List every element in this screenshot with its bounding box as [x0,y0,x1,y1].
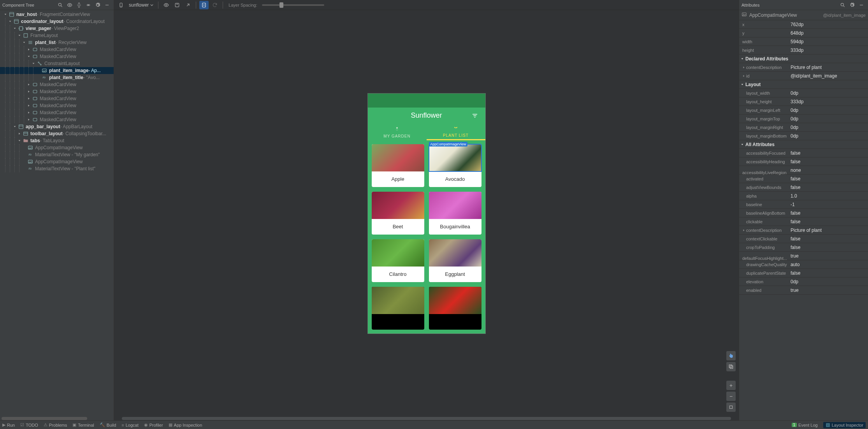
tree-node[interactable]: MaskedCardView [0,46,114,53]
tree-toggle-icon[interactable] [26,96,31,101]
tree-node[interactable]: toolbar_layout - CollapsingToolbar... [0,130,114,137]
attribute-row[interactable]: cropToPaddingfalse [739,243,868,252]
plant-card[interactable]: Apple [372,144,424,187]
tree-toggle-icon[interactable] [31,61,36,66]
attribute-row[interactable]: layout_marginBottom0dp [739,132,868,140]
attribute-row[interactable]: accessibilityLiveRegionnone [739,166,868,175]
search-icon[interactable] [56,1,65,9]
attribute-row[interactable]: layout_marginLeft0dp [739,106,868,115]
layers-button[interactable] [726,362,736,371]
tree-toggle-icon[interactable] [17,138,22,143]
plant-card[interactable]: Eggplant [429,239,481,282]
attribute-row[interactable]: duplicateParentStatefalse [739,269,868,277]
tree-toggle-icon[interactable] [26,54,31,59]
bottom-logcat-button[interactable]: ≡Logcat [121,422,138,427]
attribute-row[interactable]: alpha1.0 [739,192,868,200]
tree-node[interactable]: MaskedCardView [0,81,114,88]
attribute-row[interactable]: contentDescriptionPicture of plant [739,226,868,235]
tree-toggle-icon[interactable] [12,124,17,129]
search-icon[interactable] [838,1,847,9]
tree-node[interactable]: AppCompatImageView [0,158,114,165]
tree-node[interactable]: view_pager - ViewPager2 [0,25,114,32]
tree-toggle-icon[interactable] [26,117,31,122]
attribute-section-header[interactable]: All Attributes [739,140,868,149]
tree-node[interactable]: tabs - TabLayout [0,137,114,144]
tree-node[interactable]: AbMaterialTextView - "My garden" [0,151,114,158]
zoom-fit-button[interactable] [726,403,736,412]
attribute-row[interactable]: contentDescriptionPicture of plant [739,63,868,72]
tree-toggle-icon[interactable] [26,89,31,94]
minimize-icon[interactable] [857,1,866,9]
plant-card[interactable]: Cilantro [372,239,424,282]
attribute-row[interactable]: contextClickablefalse [739,235,868,243]
tab-my-garden[interactable]: MY GARDEN [368,124,427,140]
tree-toggle-icon[interactable] [17,131,22,136]
attribute-row[interactable]: x762dp [739,20,868,29]
attribute-row[interactable]: baselineAlignBottomfalse [739,209,868,217]
tab-plant-list[interactable]: PLANT LIST [427,124,485,140]
attribute-row[interactable]: width594dp [739,37,868,46]
attribute-row[interactable]: clickablefalse [739,217,868,226]
event-log-button[interactable]: 1 Event Log [792,423,818,427]
tree-node[interactable]: MaskedCardView [0,88,114,95]
plant-grid[interactable]: AppleAppCompatImageViewAvocadoBeetBougai… [368,140,485,334]
live-updates-toggle[interactable] [199,1,209,9]
device-viewport[interactable]: Sunflower MY GARDEN [114,10,739,417]
attribute-row[interactable]: y648dp [739,29,868,37]
bottom-profiler-button[interactable]: ◉Profiler [144,422,163,427]
eye-icon[interactable] [162,1,171,9]
attribute-row[interactable]: elevation0dp [739,277,868,286]
tree-node[interactable]: app_bar_layout - AppBarLayout [0,123,114,130]
expand-all-icon[interactable] [75,1,83,9]
attribute-row[interactable]: defaultFocusHighlight...true [739,252,868,260]
tree-node[interactable]: MaskedCardView [0,116,114,123]
minimize-icon[interactable] [103,1,111,9]
attribute-row[interactable]: height333dp [739,46,868,55]
plant-card[interactable]: AppCompatImageViewAvocado [429,144,481,187]
tree-node[interactable]: AppCompatImageView [0,144,114,151]
plant-card[interactable] [372,287,424,330]
collapse-all-icon[interactable] [84,1,93,9]
attribute-row[interactable]: baseline-1 [739,200,868,209]
tree-toggle-icon[interactable] [26,47,31,52]
zoom-out-button[interactable]: − [726,392,736,401]
eye-icon[interactable] [65,1,74,9]
tree-node[interactable]: coordinator_layout - CoordinatorLayout [0,18,114,25]
plant-card[interactable]: Beet [372,192,424,235]
device-icon[interactable] [116,1,126,9]
tree-toggle-icon[interactable] [26,82,31,87]
tree-node[interactable]: MaskedCardView [0,109,114,116]
attribute-row[interactable]: adjustViewBoundsfalse [739,183,868,192]
plant-card[interactable] [429,287,481,330]
bottom-terminal-button[interactable]: ▣Terminal [72,422,94,427]
attribute-row[interactable]: enabledtrue [739,286,868,295]
attribute-row[interactable]: layout_marginTop0dp [739,115,868,123]
bottom-run-button[interactable]: ▶Run [2,422,15,427]
tree-toggle-icon[interactable] [12,26,17,31]
attribute-row[interactable]: layout_width0dp [739,89,868,97]
tree-node[interactable]: nav_host - FragmentContainerView [0,11,114,18]
gear-icon[interactable] [848,1,856,9]
plant-card[interactable]: Bougainvillea [429,192,481,235]
tree-node[interactable]: FrameLayout [0,32,114,39]
layer-spacing-slider[interactable] [262,4,324,6]
zoom-in-button[interactable]: + [726,381,736,390]
tree-node[interactable]: MaskedCardView [0,95,114,102]
tree-h-scrollbar[interactable] [0,417,114,420]
tree-node[interactable]: AbMaterialTextView - "Plant list" [0,165,114,172]
attribute-row[interactable]: activatedfalse [739,175,868,183]
tree-toggle-icon[interactable] [8,19,12,24]
bottom-todo-button[interactable]: ☑TODO [20,422,38,427]
tree-node[interactable]: plant_item_image - Ap... [0,67,114,74]
tree-node[interactable]: ConstraintLayout [0,60,114,67]
layout-inspector-button[interactable]: Layout Inspector [823,422,866,428]
attribute-row[interactable]: accessibilityHeadingfalse [739,157,868,166]
tree-node[interactable]: plant_list - RecyclerView [0,39,114,46]
attribute-list[interactable]: x762dpy648dpwidth594dpheight333dpDeclare… [739,20,868,420]
tree-node[interactable]: MaskedCardView [0,102,114,109]
reload-icon[interactable] [210,1,220,9]
attribute-row[interactable]: layout_marginRight0dp [739,123,868,132]
viewer-h-scrollbar[interactable] [114,417,739,420]
tree-toggle-icon[interactable] [26,103,31,108]
export-icon[interactable] [183,1,193,9]
